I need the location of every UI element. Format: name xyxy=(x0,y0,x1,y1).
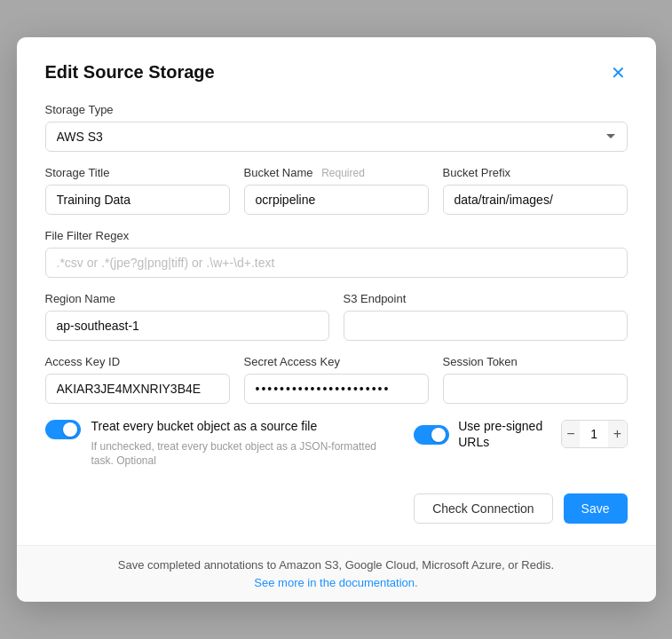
bucket-name-label: Bucket Name Required xyxy=(244,166,429,179)
session-token-input[interactable] xyxy=(443,374,628,404)
keys-row: Access Key ID Secret Access Key Session … xyxy=(45,355,628,404)
secret-key-col: Secret Access Key xyxy=(244,355,429,404)
bucket-name-input[interactable] xyxy=(244,185,429,215)
s3-endpoint-input[interactable] xyxy=(344,311,628,341)
modal-overlay: Edit Source Storage ✕ Storage Type AWS S… xyxy=(0,0,672,639)
presigned-toggle[interactable] xyxy=(414,425,449,445)
treat-bucket-sublabel: If unchecked, treat every bucket object … xyxy=(91,439,379,469)
presigned-label: Use pre-signed URLs xyxy=(458,418,552,450)
access-key-input[interactable] xyxy=(45,374,230,404)
access-key-col: Access Key ID xyxy=(45,355,230,404)
session-token-label: Session Token xyxy=(443,355,628,368)
storage-title-col: Storage Title xyxy=(45,166,230,215)
stepper-value: 1 xyxy=(580,427,608,441)
modal-footer-info: Save completed annotations to Amazon S3,… xyxy=(17,545,656,602)
bucket-name-required: Required xyxy=(321,167,365,179)
treat-bucket-slider xyxy=(45,420,81,439)
close-button[interactable]: ✕ xyxy=(609,62,628,83)
bucket-prefix-input[interactable] xyxy=(443,185,628,215)
modal-body: Edit Source Storage ✕ Storage Type AWS S… xyxy=(17,37,656,545)
region-name-label: Region Name xyxy=(45,292,329,305)
treat-bucket-toggle[interactable] xyxy=(45,420,81,439)
edit-source-storage-modal: Edit Source Storage ✕ Storage Type AWS S… xyxy=(17,37,656,602)
region-name-input[interactable] xyxy=(45,311,329,341)
title-bucket-row: Storage Title Bucket Name Required Bucke… xyxy=(45,166,628,215)
footer-info-text: Save completed annotations to Amazon S3,… xyxy=(45,558,628,572)
secret-access-input[interactable] xyxy=(244,374,429,404)
storage-title-input[interactable] xyxy=(45,185,230,215)
file-filter-group: File Filter Regex xyxy=(45,229,628,278)
toggles-row: Treat every bucket object as a source fi… xyxy=(45,418,628,469)
stepper-minus-button[interactable]: − xyxy=(562,421,580,447)
storage-title-label: Storage Title xyxy=(45,166,230,179)
bucket-prefix-col: Bucket Prefix xyxy=(443,166,628,215)
modal-title: Edit Source Storage xyxy=(45,62,215,83)
storage-type-label: Storage Type xyxy=(45,103,628,116)
presigned-slider xyxy=(414,425,449,445)
storage-type-group: Storage Type AWS S3 Google Cloud Storage… xyxy=(45,103,628,152)
storage-type-select[interactable]: AWS S3 Google Cloud Storage Azure Blob S… xyxy=(45,122,628,152)
footer-link[interactable]: See more in the documentation. xyxy=(254,576,417,589)
treat-bucket-toggle-group: Treat every bucket object as a source fi… xyxy=(45,418,379,469)
region-name-col: Region Name xyxy=(45,292,329,341)
treat-bucket-label: Treat every bucket object as a source fi… xyxy=(91,418,379,436)
check-connection-button[interactable]: Check Connection xyxy=(414,493,552,524)
s3-endpoint-col: S3 Endpoint xyxy=(344,292,628,341)
bucket-name-col: Bucket Name Required xyxy=(244,166,429,215)
file-filter-label: File Filter Regex xyxy=(45,229,628,242)
secret-access-label: Secret Access Key xyxy=(244,355,429,368)
bucket-prefix-label: Bucket Prefix xyxy=(443,166,628,179)
file-filter-input[interactable] xyxy=(45,248,628,278)
treat-bucket-text: Treat every bucket object as a source fi… xyxy=(91,418,379,469)
session-token-col: Session Token xyxy=(443,355,628,404)
stepper: − 1 + xyxy=(561,420,628,448)
modal-header: Edit Source Storage ✕ xyxy=(45,62,628,83)
modal-actions: Check Connection Save xyxy=(45,486,628,524)
s3-endpoint-label: S3 Endpoint xyxy=(344,292,628,305)
save-button[interactable]: Save xyxy=(564,493,628,524)
access-key-label: Access Key ID xyxy=(45,355,230,368)
region-endpoint-row: Region Name S3 Endpoint xyxy=(45,292,628,341)
stepper-plus-button[interactable]: + xyxy=(608,421,626,447)
presigned-group: Use pre-signed URLs − 1 + xyxy=(414,418,627,450)
